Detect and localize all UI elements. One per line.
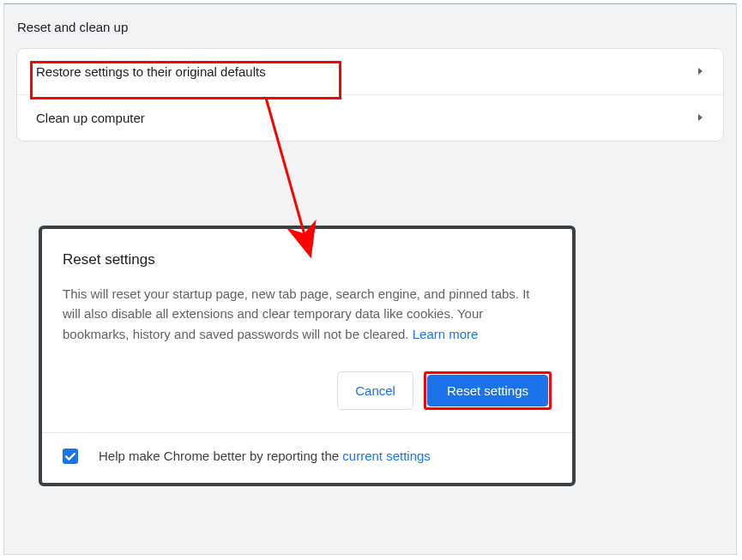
section-title: Reset and clean up: [4, 4, 736, 48]
chevron-right-icon: [697, 65, 704, 78]
reset-settings-button[interactable]: Reset settings: [427, 375, 548, 406]
footer-text-prefix: Help make Chrome better by reporting the: [99, 449, 342, 463]
chevron-right-icon: [697, 111, 704, 124]
footer-text: Help make Chrome better by reporting the…: [99, 449, 431, 463]
reset-card: Restore settings to their original defau…: [16, 48, 724, 142]
annotation-highlight-confirm: Reset settings: [424, 371, 552, 410]
cleanup-computer-label: Clean up computer: [36, 111, 145, 125]
cleanup-computer-row[interactable]: Clean up computer: [17, 94, 723, 141]
current-settings-link[interactable]: current settings: [342, 449, 431, 463]
dialog-actions: Cancel Reset settings: [42, 344, 572, 432]
learn-more-link[interactable]: Learn more: [413, 327, 479, 341]
cancel-button[interactable]: Cancel: [337, 371, 413, 410]
dialog-footer: Help make Chrome better by reporting the…: [42, 433, 572, 483]
restore-defaults-row[interactable]: Restore settings to their original defau…: [17, 49, 723, 94]
reset-settings-dialog: Reset settings This will reset your star…: [39, 226, 576, 486]
dialog-title: Reset settings: [42, 229, 572, 272]
report-settings-checkbox[interactable]: [63, 449, 78, 464]
settings-page: Reset and clean up Restore settings to t…: [3, 3, 737, 555]
check-icon: [64, 450, 76, 462]
dialog-body: This will reset your startup page, new t…: [42, 272, 572, 344]
restore-defaults-label: Restore settings to their original defau…: [36, 64, 266, 79]
